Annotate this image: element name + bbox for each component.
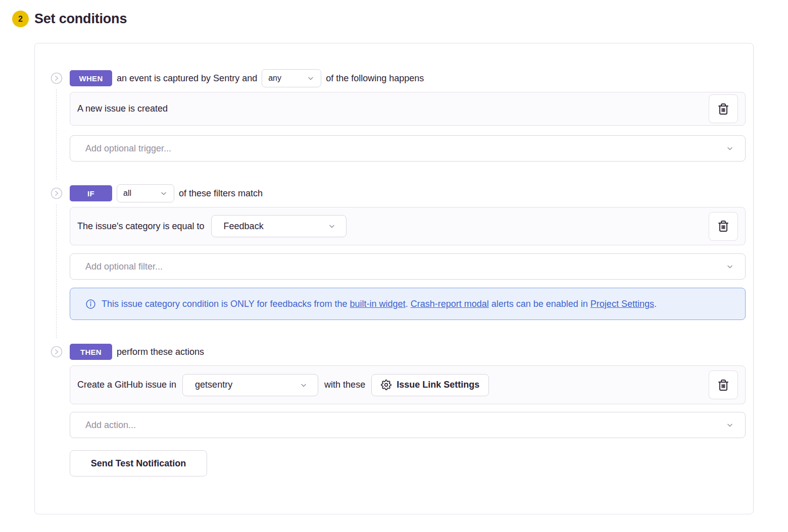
then-text-after: perform these actions [117, 347, 204, 357]
issue-link-settings-button[interactable]: Issue Link Settings [371, 374, 489, 396]
built-in-widget-link[interactable]: built-in widget [350, 299, 406, 309]
step-number-badge: 2 [12, 11, 29, 27]
when-collapse-chevron-icon[interactable] [51, 72, 63, 84]
if-match-select[interactable]: all [117, 184, 174, 202]
when-step-rail [51, 69, 70, 162]
chevron-down-icon [160, 189, 168, 197]
feedback-notice: This issue category condition is ONLY fo… [70, 288, 746, 320]
if-match-select-value: all [123, 189, 131, 198]
trash-icon [717, 379, 729, 391]
chevron-down-icon [726, 421, 734, 429]
trigger-row: A new issue is created [70, 92, 746, 126]
when-badge: WHEN [70, 70, 112, 86]
page-header: 2 Set conditions [12, 11, 788, 27]
add-filter-select[interactable]: Add optional filter... [70, 253, 746, 280]
when-step-header: WHEN an event is captured by Sentry and … [70, 69, 746, 87]
add-action-placeholder: Add action... [85, 420, 136, 431]
step-connector-line [56, 204, 57, 338]
filter-label: The issue's category is equal to [77, 221, 205, 232]
when-step: WHEN an event is captured by Sentry and … [51, 69, 746, 162]
then-badge: THEN [70, 344, 112, 360]
issue-link-settings-label: Issue Link Settings [397, 380, 479, 390]
action-repo-select-value: getsentry [195, 380, 232, 390]
crash-report-modal-link[interactable]: Crash-report modal [411, 299, 489, 309]
delete-trigger-button[interactable] [709, 94, 738, 123]
if-step-rail [51, 184, 70, 320]
delete-action-button[interactable] [709, 370, 738, 399]
when-match-select[interactable]: any [262, 69, 321, 87]
chevron-down-icon [726, 144, 734, 152]
chevron-down-icon [300, 381, 308, 389]
notice-text-segment: . [406, 299, 411, 309]
if-step-header: IF all of these filters match [70, 184, 746, 202]
step-connector-line [56, 89, 57, 180]
add-action-select[interactable]: Add action... [70, 412, 746, 438]
when-text-before: an event is captured by Sentry and [117, 73, 257, 84]
action-row: Create a GitHub issue in getsentry with … [70, 365, 746, 404]
delete-filter-button[interactable] [709, 212, 738, 241]
notice-text-segment: alerts can be enabled in [489, 299, 590, 309]
if-collapse-chevron-icon[interactable] [51, 187, 63, 199]
trigger-label: A new issue is created [77, 103, 168, 114]
if-badge: IF [70, 185, 112, 201]
gear-icon [381, 380, 391, 390]
action-repo-select[interactable]: getsentry [182, 374, 318, 396]
when-match-select-value: any [268, 74, 281, 83]
info-icon [85, 299, 96, 312]
project-settings-link[interactable]: Project Settings [590, 299, 654, 309]
chevron-down-icon [726, 262, 734, 271]
when-text-after: of the following happens [326, 73, 424, 84]
then-step-rail [51, 343, 70, 476]
conditions-card: WHEN an event is captured by Sentry and … [34, 43, 754, 514]
send-test-notification-button[interactable]: Send Test Notification [70, 450, 207, 476]
notice-text-segment: . [654, 299, 657, 309]
then-collapse-chevron-icon[interactable] [51, 346, 63, 358]
filter-row: The issue's category is equal to Feedbac… [70, 207, 746, 245]
chevron-down-icon [328, 222, 336, 230]
chevron-down-icon [307, 74, 315, 82]
then-step: THEN perform these actions Create a GitH… [51, 343, 746, 476]
then-step-header: THEN perform these actions [70, 343, 746, 361]
feedback-notice-text: This issue category condition is ONLY fo… [102, 296, 657, 312]
notice-text-segment: This issue category condition is ONLY fo… [102, 299, 350, 309]
trash-icon [717, 103, 729, 115]
filter-category-select[interactable]: Feedback [211, 215, 347, 237]
action-label: Create a GitHub issue in [77, 380, 176, 390]
filter-category-select-value: Feedback [224, 221, 264, 232]
add-filter-placeholder: Add optional filter... [85, 261, 163, 272]
add-trigger-select[interactable]: Add optional trigger... [70, 135, 746, 162]
add-trigger-placeholder: Add optional trigger... [85, 143, 171, 154]
if-step: IF all of these filters match The issue'… [51, 184, 746, 320]
if-text-after: of these filters match [179, 188, 263, 199]
trash-icon [717, 220, 729, 232]
action-label-middle: with these [324, 380, 365, 390]
page-title: Set conditions [34, 11, 127, 27]
